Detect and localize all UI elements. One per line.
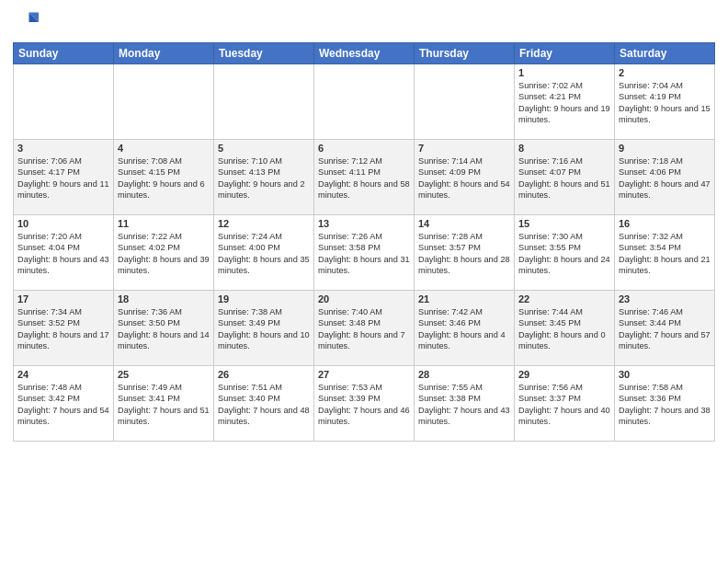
weekday-header: Saturday [615,43,715,64]
day-number: 30 [619,369,711,380]
day-number: 16 [619,218,711,229]
day-number: 3 [17,143,109,154]
calendar-cell: 30Sunrise: 7:58 AM Sunset: 3:36 PM Dayli… [615,366,715,442]
calendar-week-row: 1Sunrise: 7:02 AM Sunset: 4:21 PM Daylig… [14,64,715,140]
calendar-cell: 25Sunrise: 7:49 AM Sunset: 3:41 PM Dayli… [114,366,214,442]
day-number: 28 [418,369,510,380]
calendar: SundayMondayTuesdayWednesdayThursdayFrid… [13,42,715,442]
calendar-header-row: SundayMondayTuesdayWednesdayThursdayFrid… [14,43,715,64]
calendar-cell: 4Sunrise: 7:08 AM Sunset: 4:15 PM Daylig… [114,140,214,215]
day-content: Sunrise: 7:48 AM Sunset: 3:42 PM Dayligh… [17,382,109,428]
day-number: 17 [17,293,109,304]
calendar-cell [114,64,214,140]
calendar-cell: 11Sunrise: 7:22 AM Sunset: 4:02 PM Dayli… [114,215,214,291]
calendar-cell: 24Sunrise: 7:48 AM Sunset: 3:42 PM Dayli… [14,366,114,442]
day-content: Sunrise: 7:10 AM Sunset: 4:13 PM Dayligh… [218,155,310,201]
day-number: 1 [518,67,610,78]
calendar-cell: 18Sunrise: 7:36 AM Sunset: 3:50 PM Dayli… [114,291,214,366]
calendar-week-row: 17Sunrise: 7:34 AM Sunset: 3:52 PM Dayli… [14,291,715,366]
day-number: 27 [318,369,410,380]
calendar-week-row: 3Sunrise: 7:06 AM Sunset: 4:17 PM Daylig… [14,140,715,215]
calendar-cell: 20Sunrise: 7:40 AM Sunset: 3:48 PM Dayli… [314,291,415,366]
day-number: 25 [118,369,210,380]
day-number: 4 [118,143,210,154]
day-number: 9 [619,143,711,154]
day-content: Sunrise: 7:38 AM Sunset: 3:49 PM Dayligh… [218,306,310,352]
day-content: Sunrise: 7:18 AM Sunset: 4:06 PM Dayligh… [619,155,711,201]
day-number: 19 [218,293,310,304]
calendar-cell [14,64,114,140]
weekday-header: Tuesday [214,43,314,64]
day-number: 12 [218,218,310,229]
calendar-cell: 15Sunrise: 7:30 AM Sunset: 3:55 PM Dayli… [515,215,615,291]
calendar-cell: 6Sunrise: 7:12 AM Sunset: 4:11 PM Daylig… [314,140,415,215]
calendar-cell: 5Sunrise: 7:10 AM Sunset: 4:13 PM Daylig… [214,140,314,215]
day-content: Sunrise: 7:28 AM Sunset: 3:57 PM Dayligh… [418,231,510,277]
day-content: Sunrise: 7:08 AM Sunset: 4:15 PM Dayligh… [118,155,210,201]
logo [13,9,42,35]
calendar-week-row: 10Sunrise: 7:20 AM Sunset: 4:04 PM Dayli… [14,215,715,291]
calendar-cell: 13Sunrise: 7:26 AM Sunset: 3:58 PM Dayli… [314,215,415,291]
calendar-cell: 17Sunrise: 7:34 AM Sunset: 3:52 PM Dayli… [14,291,114,366]
weekday-header: Friday [515,43,615,64]
day-content: Sunrise: 7:02 AM Sunset: 4:21 PM Dayligh… [518,80,610,126]
calendar-cell: 22Sunrise: 7:44 AM Sunset: 3:45 PM Dayli… [515,291,615,366]
day-content: Sunrise: 7:32 AM Sunset: 3:54 PM Dayligh… [619,231,711,277]
day-number: 22 [518,293,610,304]
day-number: 11 [118,218,210,229]
calendar-cell [415,64,515,140]
day-content: Sunrise: 7:55 AM Sunset: 3:38 PM Dayligh… [418,382,510,428]
day-number: 5 [218,143,310,154]
day-content: Sunrise: 7:56 AM Sunset: 3:37 PM Dayligh… [518,382,610,428]
calendar-cell: 7Sunrise: 7:14 AM Sunset: 4:09 PM Daylig… [415,140,515,215]
calendar-cell: 9Sunrise: 7:18 AM Sunset: 4:06 PM Daylig… [615,140,715,215]
day-content: Sunrise: 7:40 AM Sunset: 3:48 PM Dayligh… [318,306,410,352]
logo-icon [13,9,39,35]
day-number: 15 [518,218,610,229]
day-number: 2 [619,67,711,78]
day-content: Sunrise: 7:46 AM Sunset: 3:44 PM Dayligh… [619,306,711,352]
day-number: 14 [418,218,510,229]
day-number: 26 [218,369,310,380]
calendar-cell: 2Sunrise: 7:04 AM Sunset: 4:19 PM Daylig… [615,64,715,140]
weekday-header: Thursday [415,43,515,64]
day-content: Sunrise: 7:49 AM Sunset: 3:41 PM Dayligh… [118,382,210,428]
day-content: Sunrise: 7:51 AM Sunset: 3:40 PM Dayligh… [218,382,310,428]
calendar-cell: 10Sunrise: 7:20 AM Sunset: 4:04 PM Dayli… [14,215,114,291]
calendar-cell: 28Sunrise: 7:55 AM Sunset: 3:38 PM Dayli… [415,366,515,442]
weekday-header: Monday [114,43,214,64]
day-content: Sunrise: 7:53 AM Sunset: 3:39 PM Dayligh… [318,382,410,428]
day-number: 8 [518,143,610,154]
day-content: Sunrise: 7:36 AM Sunset: 3:50 PM Dayligh… [118,306,210,352]
calendar-week-row: 24Sunrise: 7:48 AM Sunset: 3:42 PM Dayli… [14,366,715,442]
calendar-cell: 26Sunrise: 7:51 AM Sunset: 3:40 PM Dayli… [214,366,314,442]
day-content: Sunrise: 7:16 AM Sunset: 4:07 PM Dayligh… [518,155,610,201]
calendar-cell: 8Sunrise: 7:16 AM Sunset: 4:07 PM Daylig… [515,140,615,215]
calendar-cell: 19Sunrise: 7:38 AM Sunset: 3:49 PM Dayli… [214,291,314,366]
day-number: 21 [418,293,510,304]
calendar-cell [314,64,415,140]
day-number: 18 [118,293,210,304]
day-content: Sunrise: 7:24 AM Sunset: 4:00 PM Dayligh… [218,231,310,277]
calendar-cell: 14Sunrise: 7:28 AM Sunset: 3:57 PM Dayli… [415,215,515,291]
day-content: Sunrise: 7:42 AM Sunset: 3:46 PM Dayligh… [418,306,510,352]
day-number: 23 [619,293,711,304]
calendar-cell: 1Sunrise: 7:02 AM Sunset: 4:21 PM Daylig… [515,64,615,140]
day-content: Sunrise: 7:26 AM Sunset: 3:58 PM Dayligh… [318,231,410,277]
day-content: Sunrise: 7:04 AM Sunset: 4:19 PM Dayligh… [619,80,711,126]
calendar-cell: 29Sunrise: 7:56 AM Sunset: 3:37 PM Dayli… [515,366,615,442]
day-number: 20 [318,293,410,304]
day-number: 29 [518,369,610,380]
day-content: Sunrise: 7:44 AM Sunset: 3:45 PM Dayligh… [518,306,610,352]
header [13,9,715,35]
day-number: 24 [17,369,109,380]
calendar-cell [214,64,314,140]
day-number: 13 [318,218,410,229]
day-number: 7 [418,143,510,154]
calendar-cell: 23Sunrise: 7:46 AM Sunset: 3:44 PM Dayli… [615,291,715,366]
day-content: Sunrise: 7:22 AM Sunset: 4:02 PM Dayligh… [118,231,210,277]
calendar-cell: 21Sunrise: 7:42 AM Sunset: 3:46 PM Dayli… [415,291,515,366]
day-content: Sunrise: 7:14 AM Sunset: 4:09 PM Dayligh… [418,155,510,201]
calendar-cell: 3Sunrise: 7:06 AM Sunset: 4:17 PM Daylig… [14,140,114,215]
day-content: Sunrise: 7:12 AM Sunset: 4:11 PM Dayligh… [318,155,410,201]
